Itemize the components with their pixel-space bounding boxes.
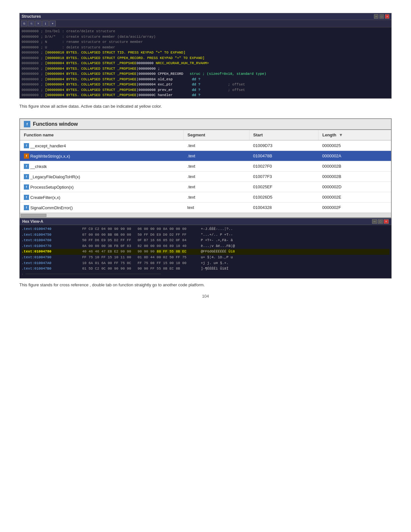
- caption2: This figure stands for cross reference ,…: [19, 282, 392, 287]
- functions-scrollbar[interactable]: [20, 213, 391, 217]
- func-start-cell: 010025EF: [249, 182, 318, 192]
- col-length: Length ▼: [318, 130, 391, 140]
- caption1: This figure show all active datas. Activ…: [19, 104, 392, 109]
- close-icon[interactable]: ✕: [385, 14, 389, 19]
- paste-button[interactable]: ⎗: [28, 21, 34, 26]
- func-segment-cell: .text: [183, 182, 249, 192]
- hex-line: .text:01004760 50 FF D6 E9 D5 D2 FF FF 0…: [22, 238, 389, 243]
- func-segment-cell: .text: [183, 172, 249, 182]
- func-name-cell: f _LegacyFileDialogToHR(x): [20, 172, 183, 182]
- functions-title: Functions window: [33, 121, 78, 127]
- hex-ascii: u+ §¦4. ìD.,P u: [201, 255, 233, 261]
- hex-bytes: 10 6A 01 6A 00 FF 75 0C FF 75 08 FF 15 0…: [82, 261, 198, 266]
- col-segment: Segment: [183, 130, 249, 140]
- func-name-cell: f __except_handler4: [20, 140, 183, 151]
- hex-bytes: FF 75 10 FF 15 10 11 00 01 8D 44 00 02 5…: [82, 255, 198, 261]
- hex-ascii: è...;v âé...FB¦@: [201, 243, 235, 249]
- struct-line-collapsed2: 00000000 ; [00000018 BYTES. COLLAPSED ST…: [22, 55, 389, 61]
- minimize-icon[interactable]: ─: [374, 14, 378, 19]
- hex-address: .text:01004770: [22, 243, 80, 249]
- struct-line: 00000000 ; D/A/* : create structure memb…: [22, 34, 389, 40]
- hex-title: Hex View-A: [22, 219, 43, 224]
- restore-icon[interactable]: □: [379, 14, 384, 19]
- struct-line-collapsed1: 00000000 ; [00000010 BYTES. COLLAPSED ST…: [22, 50, 389, 55]
- struct-line: 00000000 ; U : delete structure member: [22, 45, 389, 50]
- func-start-cell: 010077F3: [249, 172, 318, 182]
- col-function-name: Function name: [20, 130, 183, 140]
- hex-ascii: @FFGdGÉÉÉÉÉÉ Ûi8: [201, 249, 235, 255]
- func-icon-wrapper: f _LegacyFileDialogToHR(x): [24, 174, 80, 179]
- structures-toolbar: ⧉ ⎗ ✕ ⫿ ▾: [20, 20, 391, 27]
- filter-button[interactable]: ▾: [49, 21, 56, 26]
- struct-line-prev-er: 00000000 ; [00000004 BYTES. COLLAPSED ST…: [22, 87, 389, 93]
- hex-restore-icon[interactable]: □: [378, 219, 383, 224]
- func-icon-wrapper: f ProcessSetupOption(x): [24, 184, 73, 190]
- hex-line: .text:010047A0 10 6A 01 6A 00 FF 75 0C F…: [22, 261, 389, 266]
- delete-button[interactable]: ✕: [35, 21, 42, 26]
- func-icon-wrapper: f __except_handler4: [24, 143, 66, 148]
- func-blue-icon: f: [24, 195, 29, 200]
- func-orange-icon: f: [24, 153, 29, 159]
- table-row[interactable]: f _LegacyFileDialogToHR(x) .text 010077F…: [20, 172, 391, 182]
- func-name-cell: f CreateFilter(x,x): [20, 192, 183, 202]
- hex-line: .text:010047B0 01 5D C2 0C 00 90 90 90 9…: [22, 266, 389, 272]
- func-start-cell: 01004328: [249, 202, 318, 213]
- hex-controls: ─ □ ✕: [372, 219, 389, 224]
- functions-icon: f: [24, 121, 30, 127]
- hex-bytes: 40 46 46 47 EB E2 90 90 90 90 90 88 FF 5…: [82, 249, 198, 255]
- col-start: Start: [249, 130, 318, 140]
- func-blue-icon: f: [24, 143, 29, 148]
- func-length-cell: 0000002F: [318, 202, 391, 213]
- hex-address: .text:01004780: [22, 249, 80, 255]
- hex-window: Hex View-A ─ □ ✕ .text:01004740 FF C9 C2…: [19, 218, 392, 279]
- col-length-label: Length: [322, 133, 336, 137]
- struct-line-old-esp: 00000000 ; [00000004 BYTES. COLLAPSED ST…: [22, 77, 389, 82]
- struct-line-collapsed3: 00000000 ; [00000004 BYTES. COLLAPSED ST…: [22, 61, 389, 66]
- func-segment-cell: .text: [183, 140, 249, 151]
- functions-header-row: Function name Segment Start Length ▼: [20, 130, 391, 140]
- hex-minimize-icon[interactable]: ─: [372, 219, 377, 224]
- hex-bytes: 07 00 00 00 BB 0B 00 00 50 FF D6 E9 D0 D…: [82, 232, 198, 238]
- sort-arrow-icon: ▼: [339, 133, 343, 137]
- func-icon-wrapper: f __chkstk: [24, 164, 47, 169]
- table-row[interactable]: f __chkstk .text 010027F0 0000002B: [20, 161, 391, 172]
- table-row[interactable]: f SignalCommDlnError() text 01004328 000…: [20, 202, 391, 213]
- func-name-cell: f __chkstk: [20, 161, 183, 172]
- structures-content[interactable]: 00000000 ; Ins/Del : create/delete struc…: [20, 27, 391, 98]
- table-row[interactable]: f __except_handler4 .text 01009D73 00000…: [20, 140, 391, 151]
- scrollbar-thumb[interactable]: [21, 214, 46, 217]
- hex-address: .text:01004790: [22, 255, 80, 261]
- titlebar-controls: ─ □ ✕: [374, 14, 389, 19]
- structures-title: Structures: [22, 14, 41, 19]
- hex-address: .text:010047A0: [22, 261, 80, 266]
- hex-content[interactable]: .text:01004740 FF C9 C2 04 00 90 90 90 0…: [20, 225, 391, 278]
- hex-ascii: *...+/.. P +T--: [201, 232, 233, 238]
- func-icon-wrapper: f SignalCommDlnError(): [24, 205, 73, 210]
- func-icon-wrapper: f RegWriteString(x,x,x): [24, 153, 70, 159]
- func-start-cell: 01009D73: [249, 140, 318, 151]
- hex-close-icon[interactable]: ✕: [384, 219, 389, 224]
- structures-window: Structures ─ □ ✕ ⧉ ⎗ ✕ ⫿ ▾ 00000000 ; In…: [19, 13, 392, 99]
- table-row[interactable]: f CreateFilter(x,x) .text 010026D5 00000…: [20, 192, 391, 202]
- hex-address: .text:01004740: [22, 226, 80, 232]
- hex-bytes: 50 FF D6 E9 D5 D2 FF FF 0F B7 16 66 85 D…: [82, 238, 198, 243]
- hex-ascii: +-J.ÉÉÉ-...¦?..: [201, 226, 233, 232]
- hex-bottom-addr: ↓ ──────────────────────────────────────…: [22, 272, 161, 277]
- table-row[interactable]: f ProcessSetupOption(x) .text 010025EF 0…: [20, 182, 391, 192]
- func-start-cell: 0100478B: [249, 151, 318, 161]
- columns-button[interactable]: ⫿: [42, 21, 49, 26]
- hex-line-bottom: ↓ ──────────────────────────────────────…: [22, 272, 389, 277]
- hex-line: .text:01004790 FF 75 10 FF 15 10 11 00 0…: [22, 255, 389, 261]
- hex-bytes: 8A 00 00 00 3B FB 0F 83 82 00 00 00 66 8…: [82, 243, 198, 249]
- structures-titlebar: Structures ─ □ ✕: [20, 13, 391, 20]
- page-number: 104: [19, 294, 392, 299]
- func-segment-cell: .text: [183, 192, 249, 202]
- func-start-cell: 010026D5: [249, 192, 318, 202]
- copy-button[interactable]: ⧉: [21, 21, 27, 26]
- struct-line: 00000000 ; N : rename structure or struc…: [22, 39, 389, 45]
- hex-line-highlighted: .text:01004780 40 46 46 47 EB E2 90 90 9…: [22, 249, 389, 255]
- func-start-cell: 010027F0: [249, 161, 318, 172]
- struct-line-handler: 00000000 ; [00000004 BYTES. COLLAPSED ST…: [22, 93, 389, 98]
- table-row[interactable]: f RegWriteString(x,x,x) .text 0100478B 0…: [20, 151, 391, 161]
- func-name-cell: f SignalCommDlnError(): [20, 202, 183, 213]
